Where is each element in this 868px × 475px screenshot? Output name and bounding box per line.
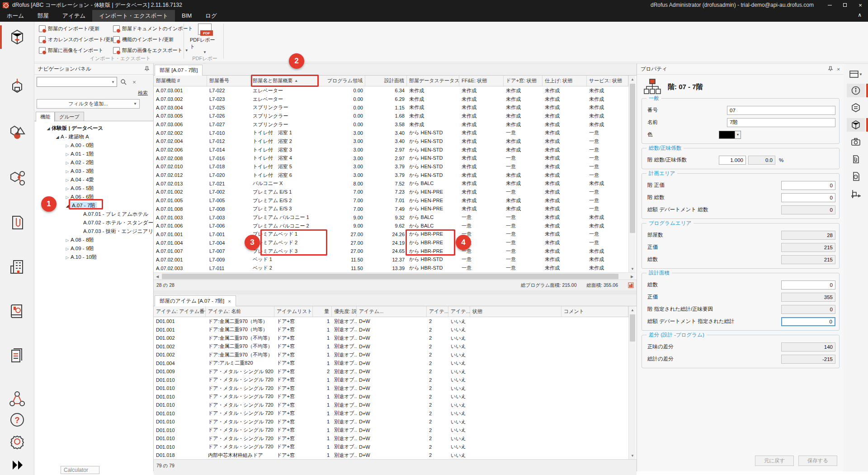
info-tab-icon[interactable] <box>847 84 865 97</box>
rooms-vertical-scrollbar[interactable]: ▲ ▼ <box>628 76 636 272</box>
rooms-horizontal-scrollbar[interactable]: ◀ ▶ <box>154 272 636 280</box>
room-row[interactable]: A.07.03.002L7-023エレベーター0.006.29未作成未作成未作成… <box>154 95 628 104</box>
pin-icon[interactable] <box>828 66 833 72</box>
property-input[interactable]: 0 <box>781 280 835 290</box>
room-row[interactable]: A.07.02.003L7-011ベッド 211.5013.39から HBR-S… <box>154 264 628 272</box>
column-header[interactable]: アイテム... <box>357 306 427 317</box>
room-row[interactable]: A.07.03.005L7-026スプリンクラー0.001.68未作成未作成未作… <box>154 112 628 120</box>
ribbon-button[interactable]: 部屋ドキュメントのインポート <box>113 24 199 33</box>
column-header[interactable]: 部屋機能 # <box>154 76 207 86</box>
catalog-module-icon[interactable] <box>7 301 27 321</box>
column-header[interactable]: アイテム: 名前 <box>206 306 274 317</box>
attachments-module-icon[interactable] <box>7 213 27 233</box>
column-header[interactable]: FF&E: 状態 <box>459 76 504 86</box>
item-row[interactable]: D01.010ドア・メタル・シングル 720 (スタッド)ドア+窓1別途オブ..… <box>154 434 628 443</box>
save-button[interactable]: 保存する <box>798 456 837 466</box>
tab-room-items[interactable]: 部屋のアイテム [A.07 - 7階]× <box>155 295 236 306</box>
tree-expander-icon[interactable]: ▷ <box>64 247 71 251</box>
items-module-icon[interactable] <box>7 123 27 143</box>
tree-item[interactable]: ▷A.05 - 5階 <box>64 184 94 193</box>
pane-splitter[interactable] <box>154 290 637 294</box>
systems-module-icon[interactable] <box>7 168 27 188</box>
property-input[interactable]: 0 <box>781 193 835 202</box>
item-row[interactable]: D01.002ドア:金属二重970（不均等）ドア+窓1別途オブ...D+W2いい… <box>154 334 628 342</box>
property-input[interactable]: 7階 <box>727 118 835 127</box>
search-input[interactable]: ▼ <box>37 77 117 87</box>
menu-tab-1[interactable]: ホーム <box>0 10 31 22</box>
tree-item[interactable]: ◢体験版 | データベース <box>45 124 103 133</box>
item-row[interactable]: D01.002ドア:金属二重970（不均等）ドア+窓1別途オブ...D+W2いい… <box>154 342 628 351</box>
tree-expander-icon[interactable]: ▷ <box>64 152 71 157</box>
expand-toolbar-icon[interactable] <box>7 454 27 474</box>
column-header[interactable]: コメント <box>561 306 628 317</box>
tree-item[interactable]: A.07.01 - プレミアムホテル <box>77 210 148 218</box>
item-row[interactable]: D01.001ドア:金属二重970（均等）ドア+窓1別途オブ...D+W2いいえ <box>154 326 628 334</box>
reports-module-icon[interactable] <box>7 346 27 366</box>
tree-expander-icon[interactable]: ◢ <box>45 126 52 131</box>
property-input[interactable]: 0 <box>781 181 835 190</box>
color-dropdown-icon[interactable]: ▼ <box>735 131 741 139</box>
collapse-ribbon-icon[interactable]: ∧ <box>858 12 862 18</box>
tree-expander-icon[interactable]: ▷ <box>64 186 71 191</box>
rooms-module-icon[interactable] <box>7 27 27 47</box>
menu-tab-3[interactable]: アイテム <box>56 10 92 22</box>
tree-item[interactable]: ▷A.01 - 1階 <box>64 150 94 158</box>
room-row[interactable]: A.07.02.004L7-012トイレ付 浴室 23.003.40から HEN… <box>154 137 628 146</box>
relations-module-icon[interactable] <box>7 389 27 409</box>
ribbon-button[interactable]: オカレンスのインポート/更新 <box>39 35 110 44</box>
room-row[interactable]: A.07.01.002L7-002プレミアム E/S 17.007.23から H… <box>154 188 628 196</box>
nav-tab-1[interactable]: 機能 <box>36 112 55 122</box>
attachments-tab-icon[interactable] <box>847 152 865 166</box>
room-row[interactable]: A.07.02.008L7-016トイレ付 浴室 43.002.97から HEN… <box>154 154 628 162</box>
item-row[interactable]: D01.010ドア・メタル・シングル 720 (スタッド)ドア+窓1別途オブ..… <box>154 393 628 401</box>
tree-expander-icon[interactable]: ▷ <box>64 255 71 260</box>
close-tab-icon[interactable]: × <box>228 299 231 304</box>
log-tab-icon[interactable] <box>847 170 865 183</box>
buildings-module-icon[interactable] <box>7 257 27 277</box>
images-tab-icon[interactable] <box>847 135 865 149</box>
minimize-button[interactable] <box>822 0 837 10</box>
column-header[interactable]: プログラム領域 <box>318 76 365 86</box>
item-row[interactable]: D01.018内部中芯木材枠組みドアドア+窓1別途オブ...D+W2いいえ <box>154 451 628 460</box>
tree-item[interactable]: ▷A.02 - 2階 <box>64 158 94 167</box>
menu-tab-6[interactable]: ログ <box>198 10 224 22</box>
column-header[interactable]: ドア+窓: 状態 <box>504 76 542 86</box>
room-row[interactable]: A.07.02.006L7-014トイレ付 浴室 33.002.97から HEN… <box>154 146 628 154</box>
tree-item[interactable]: ▷A.10 - 10階 <box>64 253 97 261</box>
column-header[interactable]: アイテ... <box>427 306 448 317</box>
tree-expander-icon[interactable]: ▷ <box>64 195 71 200</box>
room-row[interactable]: A.07.01.003L7-003プレミアム バルコニー 19.009.32から… <box>154 213 628 222</box>
tree-item[interactable]: ▷A.03 - 3階 <box>64 167 94 176</box>
column-header[interactable]: 状態 <box>470 306 561 317</box>
pin-icon[interactable] <box>144 66 150 72</box>
column-header[interactable]: サービス: 状態 <box>587 76 628 86</box>
tree-item[interactable]: ▷A.09 - 9階 <box>64 244 94 253</box>
column-header[interactable]: 仕上げ: 状態 <box>542 76 587 86</box>
item-row[interactable]: D01.010ドア・メタル・シングル 720 (スタッド)ドア+窓1別途オブ..… <box>154 426 628 435</box>
layout-selector-icon[interactable]: ▼ <box>847 67 865 81</box>
column-header[interactable]: アイテム: アイテム番号▲ <box>154 306 206 317</box>
column-header[interactable]: 部屋番号 <box>207 76 250 86</box>
tree-item[interactable]: A.07.02 - ホテル・スタンダード <box>77 218 159 227</box>
tree-item[interactable]: ◢A - 建築物 A <box>54 133 89 141</box>
occurrences-module-icon[interactable] <box>7 77 27 97</box>
item-row[interactable]: D01.002ドア:金属二重970（不均等）ドア+窓1別途オブ...D+W2いい… <box>154 351 628 359</box>
room-row[interactable]: A.07.01.001L7-001プレミアムベッド 127.0024.26から … <box>154 230 628 239</box>
item-row[interactable]: D01.010ドア・メタル・シングル 720 (スタッド)ドア+窓1別途オブ..… <box>154 384 628 393</box>
items-vertical-scrollbar[interactable]: ▲ ▼ <box>628 306 636 459</box>
column-header[interactable]: 量 <box>313 306 332 317</box>
search-icon[interactable] <box>119 78 127 86</box>
close-button[interactable]: × <box>853 0 868 10</box>
menu-tab-5[interactable]: BIM <box>175 10 198 22</box>
item-row[interactable]: D01.010ドア・メタル・シングル 720 (スタッド)ドア+窓1別途オブ..… <box>154 409 628 418</box>
ribbon-button[interactable]: 機能のインポート/更新 <box>113 35 199 44</box>
room-row[interactable]: A.07.01.004L7-004プレミアムベッド 227.0024.19から … <box>154 238 628 247</box>
tree-item[interactable]: A.07.03 - 技術・エンジニアリング <box>77 227 164 236</box>
property-input[interactable]: 1.000 <box>719 156 746 165</box>
room-row[interactable]: A.07.01.005L7-005プレミアム E/S 27.007.01から H… <box>154 196 628 205</box>
model-tab-icon[interactable] <box>847 118 865 132</box>
item-row[interactable]: D01.009ドア・メタル・シングル 920 (blk)ドア+窓2別途オブ...… <box>154 367 628 376</box>
tree-item[interactable]: ▷A.00 - 0階 <box>64 141 94 150</box>
search-link[interactable]: 検索 <box>138 90 148 96</box>
room-row[interactable]: A.07.01.007L7-007プレミアムベッド 327.0024.65から … <box>154 247 628 256</box>
